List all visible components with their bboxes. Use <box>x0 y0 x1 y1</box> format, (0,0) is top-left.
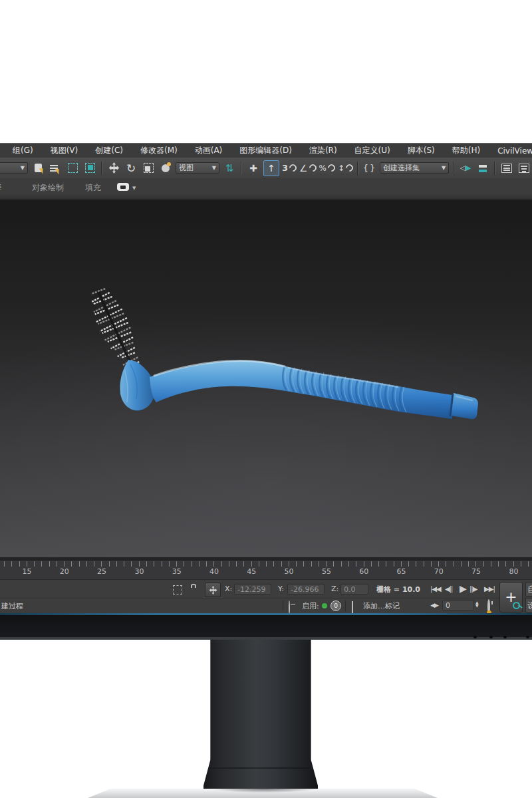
ruler-tick <box>192 561 192 567</box>
window-crossing-button[interactable] <box>82 160 97 176</box>
isolate-selection-icon[interactable] <box>173 585 182 595</box>
select-object-icon <box>35 164 42 172</box>
menu-item[interactable]: 渲染(R) <box>301 145 346 156</box>
time-configuration-button[interactable] <box>487 599 490 614</box>
menu-item[interactable]: 动画(A) <box>186 145 231 156</box>
ruler-tick <box>57 561 57 567</box>
keyboard-override-toggle[interactable]: ↑ <box>263 160 279 176</box>
monitor-button[interactable] <box>489 636 493 638</box>
adaptive-degradation-icon[interactable] <box>289 600 290 614</box>
ruler-tick <box>498 561 499 567</box>
monitor-button[interactable] <box>503 636 507 638</box>
menu-item[interactable]: 修改器(M) <box>132 145 186 156</box>
menu-item[interactable]: 图形编辑器(D) <box>231 145 301 156</box>
select-scale-button[interactable] <box>141 160 156 176</box>
ribbon-tab-object-paint[interactable]: 对象绘制 <box>32 182 64 194</box>
ruler-tick <box>378 561 379 567</box>
percent-snap-button[interactable]: % <box>319 160 335 176</box>
ruler-label: 25 <box>97 567 106 576</box>
key-mode-toggle[interactable]: ◀▶ <box>430 602 438 608</box>
ruler-tick <box>71 561 72 567</box>
y-coordinate-field[interactable]: -26.966 <box>287 584 325 595</box>
spinner-snap-button[interactable]: ↕ <box>338 160 353 176</box>
ribbon-tab-populate[interactable]: 填充 <box>85 182 101 194</box>
snap-toggle-3d-button[interactable]: 3 <box>282 160 297 176</box>
current-frame-field[interactable]: 0 <box>442 600 474 610</box>
use-pivot-center-button[interactable]: ⇅ <box>222 160 237 176</box>
cursor-icon <box>55 167 61 174</box>
transform-type-in-button[interactable] <box>205 583 221 597</box>
named-selection-sets-button[interactable]: {} <box>362 160 377 176</box>
menu-item[interactable]: 组(G) <box>4 145 42 156</box>
prompt-line: 建过程 <box>1 601 23 611</box>
main-toolbar: ▼ ↻ 视图▼ ⇅ ✚ ↑ 3 ∠ % ↕ {} 创建选择集▼ ◁▶ <box>0 158 532 178</box>
ruler-tick <box>162 561 162 567</box>
ruler-tick <box>64 561 65 567</box>
menu-item[interactable]: 帮助(H) <box>444 145 489 156</box>
select-object-button[interactable] <box>31 160 45 176</box>
menu-item[interactable]: 创建(C) <box>86 145 132 156</box>
play-button[interactable]: ▶ <box>460 583 466 594</box>
ruler-tick <box>364 561 364 567</box>
ruler-tick <box>401 561 402 567</box>
named-selection-set-dropdown[interactable]: 创建选择集▼ <box>380 162 449 174</box>
timeline-ruler[interactable]: 1520253035404550556065707580 <box>0 561 532 579</box>
ruler-tick <box>259 561 259 567</box>
scene-explorer-button[interactable] <box>517 160 531 176</box>
set-key-label-partial[interactable]: 设 <box>525 598 532 612</box>
ruler-tick <box>483 561 484 567</box>
angle-snap-button[interactable]: ∠ <box>299 160 317 176</box>
auto-key-button-partial[interactable]: 自 <box>525 582 532 597</box>
key-icon <box>513 602 520 609</box>
mirror-button[interactable]: ◁▶ <box>458 160 473 176</box>
toolbar-separator <box>357 162 358 175</box>
ruler-label: 20 <box>60 567 69 576</box>
ruler-tick <box>116 561 117 567</box>
menu-item[interactable]: 视图(V) <box>42 145 87 156</box>
ruler-tick <box>326 561 327 567</box>
menu-item[interactable]: CivilView <box>489 146 532 156</box>
select-move-button[interactable] <box>106 160 121 176</box>
manipulate-icon: ✚ <box>249 163 257 174</box>
ruler-tick <box>176 561 177 567</box>
x-coordinate-field[interactable]: -12.259 <box>234 584 271 595</box>
monitor-bezel <box>0 615 532 640</box>
next-frame-button[interactable]: ||▶ <box>469 585 477 593</box>
add-time-tag[interactable]: 添加…标记 <box>363 601 400 611</box>
ribbon-minimize-button[interactable] <box>117 183 129 191</box>
ruler-tick <box>394 561 394 567</box>
select-manipulate-button[interactable]: ✚ <box>246 160 261 176</box>
go-to-end-button[interactable]: ▶▶| <box>484 585 495 593</box>
ribbon-tab-partial[interactable]: 择 <box>0 182 2 194</box>
frame-spinner[interactable]: ▲▼ <box>475 600 479 607</box>
menu-item[interactable]: 自定义(U) <box>346 145 399 156</box>
monitor-button[interactable] <box>473 636 477 638</box>
align-button[interactable] <box>475 160 490 176</box>
select-by-name-button[interactable] <box>48 160 63 176</box>
previous-frame-button[interactable]: ◀|| <box>445 585 452 593</box>
reference-coordinate-dropdown[interactable]: 视图▼ <box>176 162 219 174</box>
layer-manager-button[interactable] <box>499 160 514 176</box>
ruler-tick <box>11 561 12 567</box>
go-to-start-button[interactable]: |◀◀ <box>430 585 441 593</box>
viewport[interactable] <box>0 200 532 557</box>
menu-item[interactable]: 脚本(S) <box>399 145 444 156</box>
set-key-button[interactable]: + <box>499 582 523 612</box>
selection-filter-dropdown[interactable]: ▼ <box>0 162 28 174</box>
zero-badge[interactable]: 0 <box>331 600 341 611</box>
rectangular-selection-button[interactable] <box>65 160 80 176</box>
ruler-tick <box>27 561 27 567</box>
ruler-tick <box>356 561 356 567</box>
ruler-tick <box>206 561 207 567</box>
page: { "window": { "menu": { "items": ["组(G)"… <box>0 0 532 798</box>
select-place-button[interactable] <box>158 160 173 176</box>
select-rotate-button[interactable]: ↻ <box>124 160 138 176</box>
ruler-tick <box>303 561 304 567</box>
z-coordinate-field[interactable]: 0.0 <box>340 584 368 595</box>
ruler-tick <box>19 561 20 567</box>
enabled-status-dot <box>322 603 327 608</box>
toolbar-separator <box>241 162 242 175</box>
align-icon <box>479 165 487 168</box>
monitor-power-button[interactable] <box>526 636 529 638</box>
ruler-tick <box>408 561 409 567</box>
